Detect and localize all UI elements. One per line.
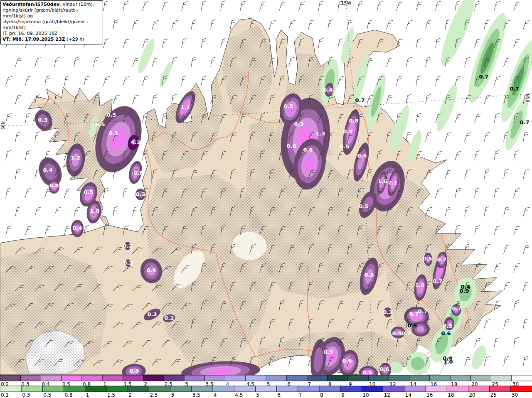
- precip-value: 0.5: [95, 121, 105, 128]
- precip-value: 2.1: [388, 179, 397, 186]
- precip-value: 0.2: [123, 243, 132, 249]
- precip-value: 0.4: [43, 167, 52, 173]
- snow-scale-tick: 20: [469, 392, 475, 398]
- snow-scale-tick: 12: [384, 392, 390, 398]
- snow-scale-tick: 18: [448, 392, 454, 398]
- snow-scale-tick: 8: [320, 392, 323, 398]
- precip-value: 0.5: [84, 189, 93, 195]
- snow-scale-tick: 4: [214, 392, 217, 398]
- precip-value: 0.7: [510, 86, 519, 92]
- precip-value: 0.5: [359, 203, 368, 209]
- legend-title: Veðurstofan/IS750dev: Vindur (10m),: [2, 2, 101, 7]
- precip-value: 0.2: [147, 311, 157, 317]
- precip-value: 1.3: [315, 130, 325, 137]
- precip-value: 0.5: [422, 256, 432, 262]
- precip-value: 0.7: [479, 74, 488, 80]
- precip-value: 0.8: [343, 128, 352, 135]
- snow-scale-tick: 0.8: [65, 392, 73, 398]
- model-name: Veðurstofan/IS750dev: [2, 2, 59, 7]
- precip-value: 0.9: [108, 130, 118, 136]
- snow-scale-tick: 9: [341, 392, 345, 398]
- legend-line-rain: rigning/skúrir (grænt/blátt/rautt - mm/1…: [2, 7, 101, 19]
- precip-value: 0.7: [520, 119, 529, 125]
- legend-title-rest: : Vindur (10m),: [59, 2, 94, 7]
- precip-value: 1.1: [180, 104, 190, 111]
- precip-value: 0.9: [323, 349, 333, 355]
- precip-value: 0.6: [342, 358, 352, 364]
- precip-value: 0.5: [340, 143, 349, 150]
- snow-scale-tick: 6: [278, 392, 281, 398]
- precip-value: 1.0: [443, 359, 453, 365]
- precip-value: 0.7: [355, 97, 365, 103]
- precip-value: 0.5: [283, 103, 293, 109]
- valid-time-bold: VT: Mið. 17.09.2025 23Z: [2, 37, 65, 42]
- snow-scale-tick: 0.5: [43, 392, 51, 398]
- precip-value: 0.5: [362, 369, 372, 376]
- snow-scale-tick: 1: [86, 392, 89, 398]
- precip-value: 0.7: [418, 308, 427, 314]
- snow-scale-tick: 10: [362, 392, 369, 398]
- precip-value: 0.5: [129, 368, 139, 374]
- snow-scale-tick: 2.5: [150, 392, 158, 398]
- weather-map-page: 15W66N66N0.30.50.50.94.30.81.20.40.80.51…: [0, 0, 532, 398]
- precip-value: 0.3: [135, 191, 145, 197]
- precip-value: 0.7: [409, 311, 419, 317]
- parallel-label-left: 66N: [1, 121, 5, 130]
- precip-value: 0.8: [349, 118, 358, 124]
- meridian-label: 15W: [341, 0, 352, 6]
- snow-scale-tick: 7: [299, 392, 302, 398]
- precip-value: 4.3: [131, 139, 140, 145]
- init-time: IT: þri. 16. 09. 2025 18Z: [2, 31, 101, 37]
- precip-value: 0.3: [383, 309, 392, 315]
- precip-value: 0.5: [364, 272, 374, 278]
- precip-value: 1.6: [377, 178, 387, 184]
- valid-time-offset: (+29 h): [65, 37, 84, 42]
- precip-value: 0.3: [294, 121, 303, 127]
- precip-value: 0.5: [407, 322, 417, 329]
- precip-value: 0.6: [303, 147, 313, 153]
- precip-value: 0.6: [379, 366, 389, 372]
- precip-value: 0.7: [401, 330, 411, 337]
- precip-value: 0.6: [441, 330, 451, 337]
- snow-scale-tick: 4.5: [235, 392, 243, 398]
- snow-scale-tick: 30: [512, 392, 518, 398]
- precip-value: 0.5: [52, 211, 62, 217]
- snow-scale-tick: 2: [128, 392, 132, 398]
- precip-value: 0.2: [123, 260, 133, 266]
- precip-value: 0.4: [323, 87, 332, 93]
- snow-scale-tick: 5: [256, 392, 259, 398]
- precip-value: 0.4: [392, 330, 401, 337]
- precip-value: 0.7: [433, 278, 442, 284]
- valid-time: VT: Mið. 17.09.2025 23Z (+29 h): [2, 37, 101, 42]
- precip-value: 0.7: [452, 305, 461, 312]
- precip-value: 1.2: [71, 155, 80, 161]
- snow-scale-tick: 0.1: [1, 392, 9, 398]
- snow-scale-tick: 25: [490, 392, 497, 398]
- iceland-weather-map: 15W66N66N0.30.50.50.94.30.81.20.40.80.51…: [0, 0, 532, 398]
- snow-scale-tick: 0.3: [22, 392, 30, 398]
- snow-scale-tick: 3.5: [192, 392, 200, 398]
- precip-value: 0.8: [133, 170, 143, 176]
- precip-value: 0.6: [286, 143, 296, 149]
- snow-scale-tick: 3: [171, 392, 175, 398]
- precip-value: 0.8: [49, 182, 59, 189]
- precip-value: 0.9: [459, 288, 469, 294]
- snow-scale-tick: 1.5: [107, 392, 115, 398]
- precip-value: 0.4: [72, 225, 82, 231]
- precip-value: 0.5: [106, 112, 116, 118]
- precip-value: 0.7: [437, 256, 446, 263]
- snow-scale-tick: 16: [426, 392, 433, 398]
- legend-box: Veðurstofan/IS750dev: Vindur (10m), rign…: [0, 0, 103, 44]
- snow-scale-tick: 14: [405, 392, 411, 398]
- precip-value: 0.5: [357, 152, 367, 159]
- precip-value: 0.4: [146, 267, 156, 273]
- precip-value: 0.2: [164, 315, 174, 321]
- precip-value: 1.0: [415, 282, 424, 288]
- precip-value: 0.5: [443, 323, 452, 329]
- precip-value: 0.3: [38, 117, 47, 123]
- precip-value: 1.0: [90, 208, 99, 214]
- legend-line-snow: slydda/snjókoma (grátt/bleikt/grænt - mm…: [2, 19, 101, 31]
